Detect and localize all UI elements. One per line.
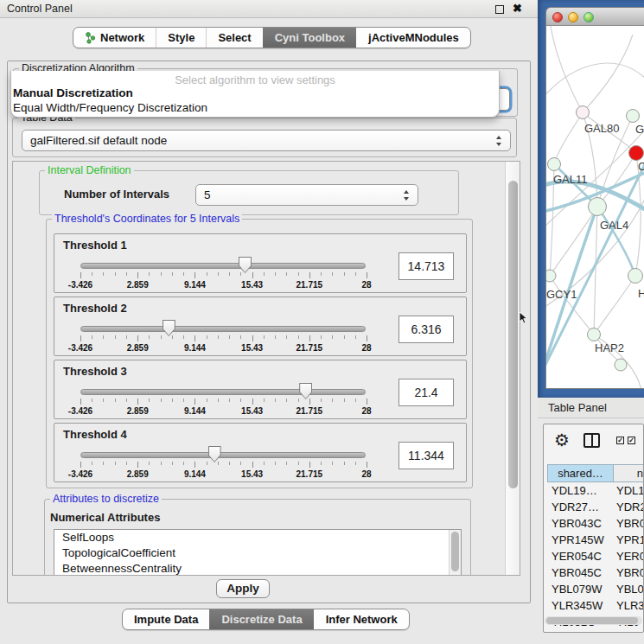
checkbox-icon[interactable]: ✓ bbox=[616, 437, 624, 444]
table-row[interactable]: YBR045CYBR0 bbox=[547, 564, 644, 581]
interval-definition-group: Interval Definition Number of Intervals … bbox=[39, 170, 459, 215]
table-rows: YDL19…YDL1YDR27…YDR2YBR043CYBR0YPR145WYP… bbox=[547, 482, 644, 630]
close-panel-icon[interactable]: ✖ bbox=[513, 2, 522, 15]
threshold-3-value-field[interactable]: 21.4 bbox=[399, 379, 454, 406]
threshold-4-panel: Threshold 4 -3.4262.8599.14415.4321.7152… bbox=[54, 423, 467, 482]
tab-label: Infer Network bbox=[326, 613, 398, 626]
threshold-3-slider-track[interactable] bbox=[80, 389, 366, 395]
cell-name: YBR0 bbox=[613, 564, 644, 581]
tab-cyni-toolbox[interactable]: Cyni Toolbox bbox=[263, 28, 356, 48]
threshold-3-slider-thumb[interactable] bbox=[299, 383, 312, 399]
tick-label: 28 bbox=[361, 469, 371, 479]
apply-button[interactable]: Apply bbox=[216, 579, 270, 598]
column-header-name[interactable]: n bbox=[614, 465, 644, 481]
threshold-4-value-field[interactable]: 11.344 bbox=[399, 442, 454, 469]
threshold-2-slider-track[interactable] bbox=[80, 326, 366, 332]
node-gal11 bbox=[548, 158, 561, 171]
threshold-1-value-field[interactable]: 14.713 bbox=[399, 252, 454, 280]
threshold-2-value-field[interactable]: 6.316 bbox=[399, 316, 454, 343]
scrollbar-thumb[interactable] bbox=[546, 617, 638, 624]
number-of-intervals-combobox[interactable]: 5 bbox=[195, 184, 418, 206]
split-columns-icon[interactable] bbox=[583, 433, 600, 448]
tick-label: 21.715 bbox=[296, 406, 323, 416]
threshold-2-slider-thumb[interactable] bbox=[163, 320, 175, 336]
close-traffic-light-icon[interactable] bbox=[552, 12, 563, 22]
tab-network[interactable]: Network bbox=[73, 28, 156, 48]
svg-text:C: C bbox=[638, 160, 644, 173]
table-row[interactable]: YER054CYER0 bbox=[547, 548, 644, 564]
svg-text:H: H bbox=[638, 287, 644, 300]
threshold-1-slider-track[interactable] bbox=[80, 263, 366, 269]
threshold-1-label: Threshold 1 bbox=[63, 239, 127, 252]
threshold-4-slider-track[interactable] bbox=[80, 452, 366, 458]
tick-label: -3.426 bbox=[68, 280, 92, 290]
network-node-labels: GAL80 G C GAL11 GAL4 GCY1 H HAP2 bbox=[546, 122, 644, 354]
node-hap2 bbox=[588, 328, 601, 341]
scrollbar-thumb[interactable] bbox=[508, 181, 518, 488]
table-toolbar: ⚙ ✓ ✓ bbox=[544, 424, 643, 462]
tick-label: 21.715 bbox=[296, 469, 323, 479]
number-of-intervals-label: Number of Intervals bbox=[64, 188, 169, 201]
algorithm-option-manual[interactable]: Manual Discretization bbox=[11, 86, 499, 100]
float-panel-icon[interactable] bbox=[495, 5, 504, 14]
node-table: shared… n YDL19…YDL1YDR27…YDR2YBR043CYBR… bbox=[547, 464, 644, 630]
table-row[interactable]: YBL079WYBL0 bbox=[547, 581, 644, 597]
minimize-traffic-light-icon[interactable] bbox=[568, 12, 578, 22]
network-canvas[interactable]: GAL80 G C GAL11 GAL4 GCY1 H HAP2 bbox=[546, 26, 644, 389]
tab-select[interactable]: Select bbox=[206, 28, 262, 48]
panel-vertical-scrollbar[interactable] bbox=[505, 162, 520, 575]
tab-impute-data[interactable]: Impute Data bbox=[123, 609, 209, 629]
slider-tick-marks bbox=[80, 335, 367, 342]
tick-label: 9.144 bbox=[184, 469, 206, 479]
tick-label: 2.859 bbox=[127, 469, 149, 479]
table-horizontal-scrollbar[interactable] bbox=[545, 616, 642, 625]
tick-label: 15.43 bbox=[241, 469, 263, 479]
table-row[interactable]: YDR27…YDR2 bbox=[547, 499, 644, 515]
cell-name: YDL1 bbox=[613, 482, 644, 499]
cell-name: YBR0 bbox=[613, 515, 644, 532]
tab-discretize-data[interactable]: Discretize Data bbox=[209, 609, 313, 629]
tab-label: jActiveMNodules bbox=[368, 31, 459, 44]
mouse-cursor bbox=[519, 311, 528, 324]
number-of-intervals-value: 5 bbox=[204, 188, 211, 201]
attributes-group-title: Attributes to discretize bbox=[50, 493, 162, 505]
column-header-shared[interactable]: shared… bbox=[548, 465, 614, 481]
attribute-item[interactable]: SelfLoops bbox=[54, 530, 461, 545]
attribute-item[interactable]: TopologicalCoefficient bbox=[54, 545, 461, 561]
table-row[interactable]: YPR145WYPR1 bbox=[547, 532, 644, 548]
table-row[interactable]: YDL19…YDL1 bbox=[547, 482, 644, 499]
table-row[interactable]: YBR043CYBR0 bbox=[547, 515, 644, 532]
cell-name: YER0 bbox=[613, 548, 644, 564]
gear-icon[interactable]: ⚙ bbox=[554, 430, 570, 450]
table-row[interactable]: YLR345WYLR3 bbox=[547, 597, 644, 614]
table-data-combobox[interactable]: galFiltered.sif default node bbox=[22, 130, 511, 151]
cell-shared-name: YPR145W bbox=[547, 532, 613, 548]
slider-tick-labels: -3.4262.8599.14415.4321.71528 bbox=[80, 469, 367, 480]
bottom-tab-bar: Impute DataDiscretize DataInfer Network bbox=[122, 609, 410, 630]
tab-jactivemnodules[interactable]: jActiveMNodules bbox=[356, 28, 470, 48]
numerical-attributes-list[interactable]: SelfLoopsTopologicalCoefficientBetweenne… bbox=[54, 529, 462, 576]
tick-label: -3.426 bbox=[68, 343, 92, 353]
zoom-traffic-light-icon[interactable] bbox=[583, 12, 594, 22]
algorithm-option-equal-width[interactable]: Equal Width/Frequency Discretization bbox=[11, 100, 499, 115]
threshold-1-slider-thumb[interactable] bbox=[239, 257, 252, 273]
node-gal80 bbox=[577, 106, 590, 119]
cell-shared-name: YER054C bbox=[547, 548, 613, 564]
cell-shared-name: YDR27… bbox=[547, 499, 613, 515]
checkbox-icon[interactable]: ✓ bbox=[628, 437, 635, 444]
control-panel-dock: Control Panel ✖ NetworkStyleSelectCyni T… bbox=[0, 0, 538, 644]
tick-label: 15.43 bbox=[241, 343, 263, 353]
threshold-4-slider-thumb[interactable] bbox=[208, 446, 221, 462]
network-window-titlebar[interactable] bbox=[546, 8, 644, 26]
algorithm-dropdown-popup: Select algorithm to view settings Manual… bbox=[10, 71, 500, 118]
tick-label: 2.859 bbox=[127, 406, 149, 416]
tab-infer-network[interactable]: Infer Network bbox=[314, 609, 409, 629]
attributes-list-scrollbar[interactable] bbox=[449, 530, 461, 576]
slider-tick-labels: -3.4262.8599.14415.4321.71528 bbox=[80, 343, 367, 354]
tick-label: 2.859 bbox=[127, 280, 149, 290]
algorithm-placeholder-option[interactable]: Select algorithm to view settings bbox=[11, 71, 499, 86]
attribute-item[interactable]: BetweennessCentrality bbox=[54, 561, 461, 576]
slider-tick-labels: -3.4262.8599.14415.4321.71528 bbox=[80, 406, 367, 417]
tab-style[interactable]: Style bbox=[156, 28, 206, 48]
network-view-window: GAL80 G C GAL11 GAL4 GCY1 H HAP2 bbox=[545, 7, 644, 389]
